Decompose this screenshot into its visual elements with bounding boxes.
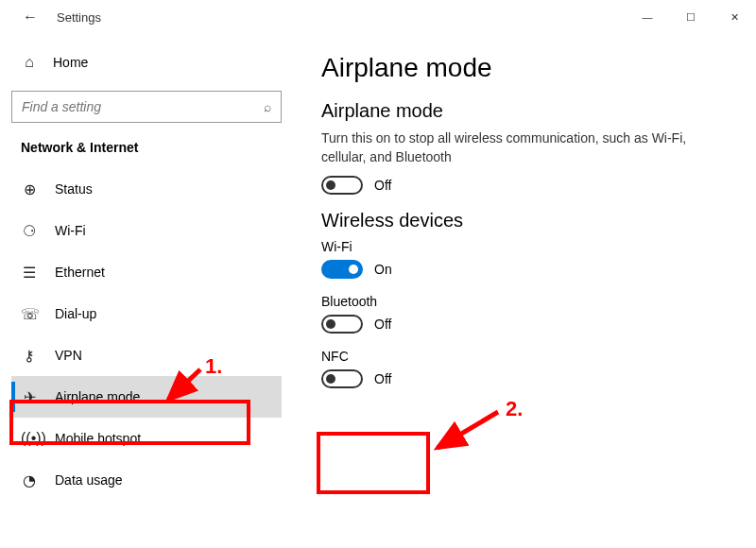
- sidebar-item-airplane-mode[interactable]: ✈ Airplane mode: [11, 376, 282, 418]
- bluetooth-state-label: Off: [374, 317, 391, 332]
- sidebar-item-label: VPN: [55, 348, 82, 363]
- search-input[interactable]: [22, 99, 264, 114]
- sidebar-item-label: Ethernet: [55, 265, 105, 280]
- sidebar-section-label: Network & Internet: [11, 140, 282, 155]
- titlebar: ← Settings — ☐ ✕: [0, 0, 756, 34]
- minimize-button[interactable]: —: [626, 2, 669, 32]
- sidebar: ⌂ Home ⌕ Network & Internet ⊕ Status ⚆ W…: [0, 34, 293, 548]
- sidebar-item-label: Status: [55, 181, 93, 197]
- sidebar-item-label: Dial-up: [55, 306, 96, 321]
- bluetooth-toggle[interactable]: [321, 315, 363, 334]
- nfc-toggle[interactable]: [321, 369, 363, 388]
- window-controls: — ☐ ✕: [626, 2, 756, 32]
- dialup-icon: ☏: [21, 305, 38, 323]
- airplane-mode-toggle[interactable]: [321, 176, 363, 195]
- sidebar-item-label: Airplane mode: [55, 389, 140, 404]
- sidebar-item-dialup[interactable]: ☏ Dial-up: [11, 293, 282, 334]
- vpn-icon: ⚷: [21, 347, 38, 365]
- sidebar-item-label: Mobile hotspot: [55, 431, 141, 446]
- hotspot-icon: ((•)): [21, 430, 38, 447]
- wifi-icon: ⚆: [21, 222, 38, 240]
- bluetooth-label: Bluetooth: [321, 294, 733, 309]
- airplane-icon: ✈: [21, 388, 38, 406]
- wifi-toggle[interactable]: [321, 260, 363, 279]
- data-usage-icon: ◔: [21, 471, 38, 489]
- content-pane: Airplane mode Airplane mode Turn this on…: [293, 34, 756, 548]
- home-label: Home: [53, 55, 88, 70]
- sidebar-item-label: Data usage: [55, 472, 123, 488]
- sidebar-item-ethernet[interactable]: ☰ Ethernet: [11, 251, 282, 293]
- sidebar-item-label: Wi-Fi: [55, 223, 86, 238]
- airplane-mode-heading: Airplane mode: [321, 100, 733, 122]
- maximize-button[interactable]: ☐: [669, 2, 713, 32]
- airplane-mode-description: Turn this on to stop all wireless commun…: [321, 129, 733, 166]
- nfc-label: NFC: [321, 349, 733, 364]
- status-icon: ⊕: [21, 180, 38, 198]
- wifi-state-label: On: [374, 262, 392, 277]
- nfc-state-label: Off: [374, 371, 391, 386]
- sidebar-item-home[interactable]: ⌂ Home: [11, 45, 282, 79]
- window-title: Settings: [57, 10, 101, 25]
- wifi-label: Wi-Fi: [321, 239, 733, 254]
- sidebar-item-status[interactable]: ⊕ Status: [11, 168, 282, 210]
- airplane-mode-state-label: Off: [374, 178, 391, 193]
- page-title: Airplane mode: [321, 53, 733, 83]
- search-icon: ⌕: [264, 99, 271, 114]
- ethernet-icon: ☰: [21, 264, 38, 282]
- sidebar-item-wifi[interactable]: ⚆ Wi-Fi: [11, 210, 282, 251]
- search-box[interactable]: ⌕: [11, 91, 282, 123]
- wireless-devices-heading: Wireless devices: [321, 210, 733, 231]
- sidebar-item-vpn[interactable]: ⚷ VPN: [11, 334, 282, 376]
- sidebar-item-data-usage[interactable]: ◔ Data usage: [11, 459, 282, 501]
- close-button[interactable]: ✕: [713, 2, 756, 32]
- back-button[interactable]: ←: [15, 2, 45, 32]
- home-icon: ⌂: [21, 54, 38, 71]
- sidebar-item-mobile-hotspot[interactable]: ((•)) Mobile hotspot: [11, 418, 282, 459]
